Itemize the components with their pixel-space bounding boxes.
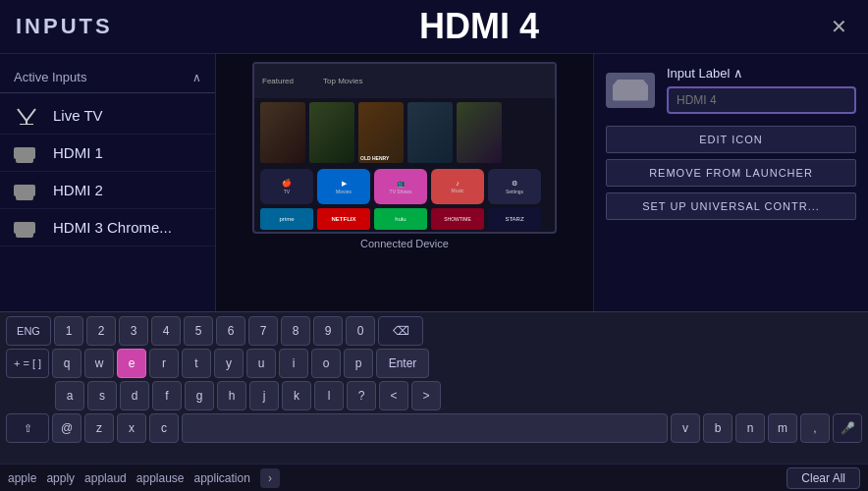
key-v[interactable]: v xyxy=(671,413,700,443)
hdmi-shape xyxy=(613,80,648,101)
key-b[interactable]: b xyxy=(703,413,732,443)
app-tiles-row: 🍎 TV ▶ Movies 📺 TV Shows ♪ Music ⚙ S xyxy=(254,167,555,206)
key-l[interactable]: l xyxy=(314,381,344,410)
key-f[interactable]: f xyxy=(152,381,182,410)
clear-all-button[interactable]: Clear All xyxy=(787,467,860,489)
key-4[interactable]: 4 xyxy=(151,316,181,346)
app-prime: prime xyxy=(260,208,313,230)
key-t[interactable]: t xyxy=(182,349,211,378)
key-y[interactable]: y xyxy=(214,349,244,378)
key-p[interactable]: p xyxy=(344,349,373,378)
sidebar: Active Inputs ∧ Live TV HDMI 1 xyxy=(0,54,216,311)
remove-from-launcher-button[interactable]: REMOVE FROM LAUNCHER xyxy=(606,159,856,187)
keyboard-row-zxcv: ⇧ @ z x c v b n m , 🎤 xyxy=(6,413,862,443)
device-name: HDMI 4 xyxy=(134,6,825,47)
enter-key[interactable]: Enter xyxy=(376,349,429,378)
suggestion-apple[interactable]: apple xyxy=(8,471,36,485)
sidebar-item-label: HDMI 2 xyxy=(53,182,103,198)
suggestion-arrow[interactable]: › xyxy=(260,468,280,488)
movie-thumb xyxy=(407,102,453,163)
key-gt[interactable]: > xyxy=(411,381,441,410)
key-q[interactable]: q xyxy=(52,349,81,378)
sidebar-item-hdmi2[interactable]: HDMI 2 xyxy=(0,172,215,209)
tv-preview-top: Featured Top Movies xyxy=(254,64,555,98)
key-g[interactable]: g xyxy=(185,381,214,410)
input-label-header: Input Label ∧ xyxy=(667,66,856,81)
key-5[interactable]: 5 xyxy=(184,316,213,346)
app-tile-settings: ⚙ Settings xyxy=(488,169,541,204)
key-j[interactable]: j xyxy=(249,381,279,410)
key-u[interactable]: u xyxy=(246,349,276,378)
key-z[interactable]: z xyxy=(84,413,114,443)
key-2[interactable]: 2 xyxy=(86,316,116,346)
hdmi-icon xyxy=(14,220,41,236)
setup-universal-control-button[interactable]: SET UP UNIVERSAL CONTR... xyxy=(606,192,856,220)
svg-line-0 xyxy=(18,109,27,121)
movie-thumb xyxy=(260,102,305,163)
streaming-apps-row: prime NETFLIX hulu SHOWTIME STARZ xyxy=(254,206,555,232)
suggestion-applaud[interactable]: applaud xyxy=(84,471,127,485)
mic-key[interactable]: 🎤 xyxy=(833,413,862,443)
key-k[interactable]: k xyxy=(282,381,311,410)
keyboard-row-asdf: a s d f g h j k l ? < > xyxy=(6,381,862,410)
key-9[interactable]: 9 xyxy=(313,316,343,346)
sidebar-item-live-tv[interactable]: Live TV xyxy=(0,97,215,135)
collapse-icon[interactable]: ∧ xyxy=(192,71,201,84)
key-8[interactable]: 8 xyxy=(281,316,310,346)
key-c[interactable]: c xyxy=(149,413,179,443)
movie-thumb xyxy=(457,102,502,163)
key-3[interactable]: 3 xyxy=(119,316,148,346)
key-w[interactable]: w xyxy=(84,349,114,378)
key-o[interactable]: o xyxy=(311,349,341,378)
icon-preview-area: Input Label ∧ xyxy=(606,66,856,114)
key-h[interactable]: h xyxy=(217,381,246,410)
hdmi-icon xyxy=(14,145,41,161)
edit-icon-button[interactable]: EDIT ICON xyxy=(606,126,856,153)
key-m[interactable]: m xyxy=(768,413,797,443)
key-0[interactable]: 0 xyxy=(346,316,375,346)
movie-thumb xyxy=(309,102,354,163)
suggestion-apply[interactable]: apply xyxy=(46,471,75,485)
key-x[interactable]: x xyxy=(117,413,146,443)
key-r[interactable]: r xyxy=(149,349,179,378)
key-at[interactable]: @ xyxy=(52,413,81,443)
suggestions-row: apple apply applaud applause application… xyxy=(0,464,868,491)
sidebar-item-hdmi3[interactable]: HDMI 3 Chrome... xyxy=(0,209,215,246)
key-a[interactable]: a xyxy=(55,381,84,410)
key-e-highlighted[interactable]: e xyxy=(117,349,146,378)
sidebar-section-header: Active Inputs ∧ xyxy=(0,66,215,93)
key-n[interactable]: n xyxy=(735,413,765,443)
tv-preview: Featured Top Movies OLD HENRY 🍎 TV xyxy=(252,62,557,234)
lang-key[interactable]: ENG xyxy=(6,316,51,346)
hdmi-icon xyxy=(14,183,41,198)
app-tile-movies: ▶ Movies xyxy=(317,169,370,204)
space-key[interactable] xyxy=(182,413,668,443)
key-comma[interactable]: , xyxy=(800,413,830,443)
movie-thumb: OLD HENRY xyxy=(358,102,404,163)
app-tile-tv: 🍎 TV xyxy=(260,169,313,204)
close-button[interactable]: ✕ xyxy=(825,13,852,40)
app-showtime: SHOWTIME xyxy=(431,208,484,230)
key-lt[interactable]: < xyxy=(379,381,408,410)
sidebar-item-hdmi1[interactable]: HDMI 1 xyxy=(0,135,215,172)
sidebar-item-label: HDMI 1 xyxy=(53,144,103,161)
input-label-section: Input Label ∧ xyxy=(667,66,856,114)
key-7[interactable]: 7 xyxy=(248,316,278,346)
center-panel: Featured Top Movies OLD HENRY 🍎 TV xyxy=(216,54,593,311)
key-d[interactable]: d xyxy=(120,381,149,410)
app-netflix: NETFLIX xyxy=(317,208,370,230)
antenna-icon xyxy=(14,108,41,124)
suggestion-applause[interactable]: applause xyxy=(136,471,185,485)
svg-line-1 xyxy=(27,109,35,121)
key-1[interactable]: 1 xyxy=(54,316,83,346)
input-label-field[interactable] xyxy=(667,86,856,114)
hdmi-icon-large xyxy=(606,73,655,108)
key-6[interactable]: 6 xyxy=(216,316,245,346)
shift-key[interactable]: ⇧ xyxy=(6,413,49,443)
key-question[interactable]: ? xyxy=(347,381,376,410)
backspace-key[interactable]: ⌫ xyxy=(378,316,423,346)
suggestion-application[interactable]: application xyxy=(194,471,250,485)
symbols-key[interactable]: + = [ ] xyxy=(6,349,49,378)
key-s[interactable]: s xyxy=(87,381,117,410)
key-i[interactable]: i xyxy=(279,349,308,378)
